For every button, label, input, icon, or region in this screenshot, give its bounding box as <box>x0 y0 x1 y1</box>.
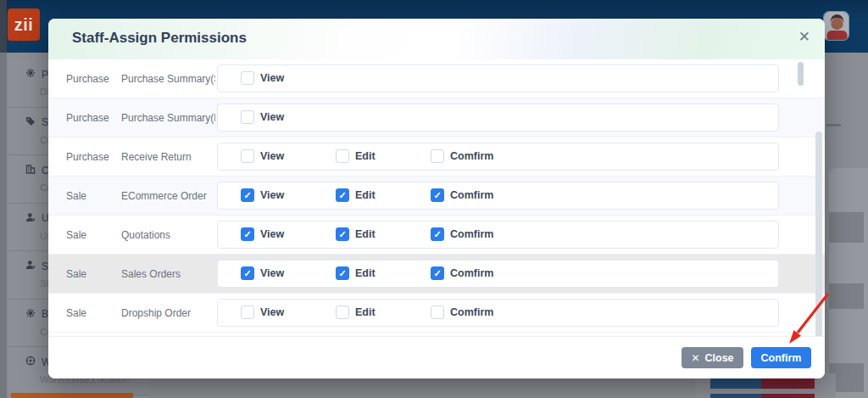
staff-assign-permissions-modal: Staff-Assign Permissions ✕ PurchasePurch… <box>48 19 825 378</box>
background-red-button <box>761 394 815 398</box>
table-row: SaleQuotations✓View✓Edit✓Comfirm <box>48 216 825 255</box>
row-permission-name: Receive Return <box>121 151 215 163</box>
checkbox-unchecked-icon <box>431 149 444 163</box>
table-row: PurchasePurchase Summary(SupplView <box>48 59 825 98</box>
modal-footer: ✕ Close Confirm <box>48 336 825 378</box>
checkbox-label: Edit <box>355 267 376 279</box>
checkbox-label: Edit <box>355 189 376 201</box>
close-button-icon: ✕ <box>691 352 699 364</box>
window-edge-top <box>0 0 7 53</box>
row-category: Sale <box>66 190 86 202</box>
user-icon <box>25 260 36 272</box>
close-button-label: Close <box>705 352 734 364</box>
row-category: Sale <box>66 229 86 241</box>
checkbox-checked-icon: ✓ <box>241 188 254 202</box>
checkbox-view[interactable]: ✓View <box>241 266 284 280</box>
checkbox-view[interactable]: ✓View <box>241 188 284 202</box>
checkbox-view[interactable]: View <box>241 306 284 319</box>
close-button[interactable]: ✕ Close <box>682 347 743 368</box>
checkbox-unchecked-icon <box>336 306 349 319</box>
checkbox-label: View <box>260 189 284 201</box>
building-icon <box>25 164 36 177</box>
checkbox-checked-icon: ✓ <box>431 227 444 241</box>
checkbox-checked-icon: ✓ <box>336 188 349 202</box>
window-edge <box>0 0 7 398</box>
background-red-button <box>761 378 815 389</box>
checkbox-edit[interactable]: ✓Edit <box>336 227 376 241</box>
gear-badge-icon <box>25 356 36 368</box>
checkbox-comfirm[interactable]: ✓Comfirm <box>431 227 493 241</box>
background-block <box>829 283 864 309</box>
checkbox-comfirm[interactable]: ✓Comfirm <box>431 188 493 202</box>
gear-icon <box>25 68 36 81</box>
permission-box: View <box>217 104 779 132</box>
confirm-button-label: Confirm <box>761 352 802 364</box>
row-permission-name: Quotations <box>121 229 215 241</box>
sidebar-active-indicator <box>11 393 133 398</box>
row-category: Sale <box>66 307 86 319</box>
row-permission-name: Purchase Summary(Suppl <box>121 73 215 85</box>
row-permission-name: ECommerce Order <box>121 190 215 202</box>
checkbox-unchecked-icon <box>431 306 444 319</box>
checkbox-label: View <box>260 228 284 240</box>
checkbox-comfirm[interactable]: Comfirm <box>431 306 493 319</box>
user-icon <box>25 212 36 225</box>
checkbox-view[interactable]: View <box>241 71 284 85</box>
checkbox-comfirm[interactable]: Comfirm <box>431 149 493 163</box>
checkbox-checked-icon: ✓ <box>431 266 444 280</box>
row-category: Purchase <box>66 151 109 163</box>
table-scrollbar-thumb[interactable] <box>798 62 804 86</box>
row-category: Purchase <box>66 112 109 124</box>
checkbox-edit[interactable]: ✓Edit <box>336 188 376 202</box>
gear-icon <box>25 308 36 321</box>
checkbox-unchecked-icon <box>336 149 349 163</box>
modal-header: Staff-Assign Permissions ✕ <box>48 19 825 59</box>
checkbox-label: View <box>260 111 284 123</box>
checkbox-unchecked-icon <box>241 110 254 124</box>
checkbox-checked-icon: ✓ <box>431 188 444 202</box>
user-avatar[interactable] <box>823 11 849 41</box>
permission-box: ✓View✓Edit✓Comfirm <box>217 182 779 210</box>
checkbox-unchecked-icon <box>241 149 254 163</box>
close-icon[interactable]: ✕ <box>798 28 810 47</box>
checkbox-view[interactable]: View <box>241 149 284 163</box>
background-block <box>829 212 864 243</box>
background-blue-button <box>710 394 761 398</box>
tag-icon <box>25 116 36 129</box>
checkbox-label: Edit <box>355 228 376 240</box>
table-row: PurchaseReceive ReturnViewEditComfirm <box>48 137 825 177</box>
checkbox-label: Comfirm <box>450 267 493 279</box>
app-logo[interactable]: zii <box>8 8 40 41</box>
checkbox-view[interactable]: ✓View <box>241 227 284 241</box>
checkbox-label: Comfirm <box>450 228 493 240</box>
table-row: SaleSales Orders✓View✓Edit✓Comfirm <box>48 255 825 294</box>
table-row: PurchasePurchase Summary(ProduView <box>48 98 825 137</box>
checkbox-edit[interactable]: Edit <box>336 149 376 163</box>
background-blue-button <box>710 378 761 389</box>
checkbox-checked-icon: ✓ <box>336 227 349 241</box>
checkbox-label: Comfirm <box>450 306 493 318</box>
confirm-button[interactable]: Confirm <box>751 347 811 368</box>
checkbox-label: Edit <box>355 306 376 318</box>
permission-box: ViewEditComfirm <box>217 299 779 327</box>
checkbox-label: Edit <box>355 150 376 162</box>
user-photo-icon <box>824 12 849 41</box>
row-permission-name: Purchase Summary(Produ <box>121 112 215 124</box>
permission-box: ✓View✓Edit✓Comfirm <box>217 260 779 288</box>
checkbox-view[interactable]: View <box>241 110 284 124</box>
checkbox-edit[interactable]: Edit <box>336 306 376 319</box>
app-root: zii ProDarSysCorCorCorUseUseStaStaBusCor… <box>0 0 868 398</box>
checkbox-checked-icon: ✓ <box>241 227 254 241</box>
permission-box: ✓View✓Edit✓Comfirm <box>217 221 779 249</box>
table-row: SaleDropship OrderViewEditComfirm <box>48 294 825 333</box>
checkbox-unchecked-icon <box>241 306 254 319</box>
permission-box: ViewEditComfirm <box>217 143 779 171</box>
row-category: Purchase <box>66 73 109 85</box>
checkbox-edit[interactable]: ✓Edit <box>336 266 376 280</box>
table-row: SaleECommerce Order✓View✓Edit✓Comfirm <box>48 177 825 216</box>
checkbox-label: View <box>260 267 284 279</box>
checkbox-comfirm[interactable]: ✓Comfirm <box>431 266 493 280</box>
modal-title: Staff-Assign Permissions <box>72 30 247 47</box>
checkbox-label: View <box>260 306 284 318</box>
checkbox-label: View <box>260 72 284 84</box>
